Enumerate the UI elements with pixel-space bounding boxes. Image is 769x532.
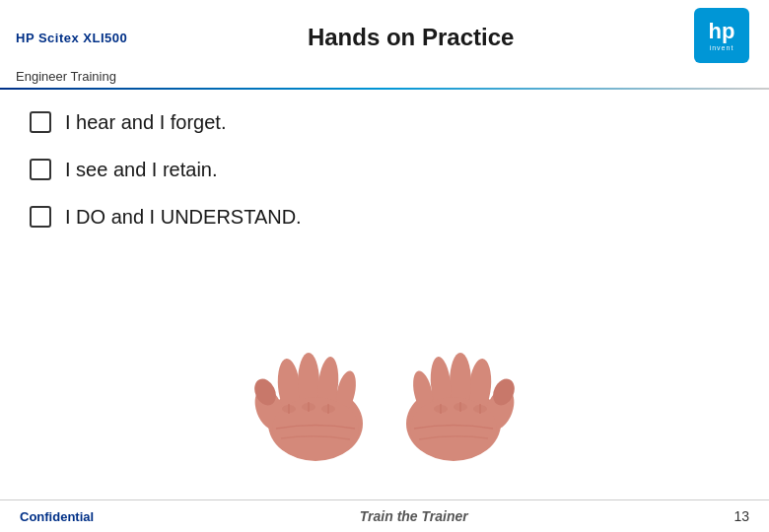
bullet-item-3: I DO and I UNDERSTAND. (30, 204, 739, 230)
hp-scitex-logo: HP Scitex XLI500 (16, 31, 127, 45)
svg-point-26 (454, 403, 467, 411)
bullet-text-1: I hear and I forget. (65, 109, 226, 135)
hp-logo-container: hp invent (694, 8, 753, 67)
footer-center-text: Train the Trainer (360, 508, 468, 524)
right-hand-icon (389, 315, 518, 473)
svg-point-25 (473, 405, 487, 413)
bullet-item-2: I see and I retain. (30, 157, 739, 182)
svg-point-11 (282, 405, 296, 413)
page-title: Hands on Practice (127, 24, 694, 51)
hp-invent-text: invent (710, 44, 734, 51)
hp-logo-circle: hp invent (694, 8, 749, 63)
confidential-label: Confidential (20, 509, 94, 524)
bullet-text-3: I DO and I UNDERSTAND. (65, 204, 302, 230)
left-hand-icon (251, 315, 380, 473)
svg-point-12 (302, 403, 315, 411)
main-content: I hear and I forget. I see and I retain.… (0, 90, 769, 261)
hands-illustration (237, 305, 532, 483)
checkbox-1 (30, 111, 51, 133)
svg-point-13 (321, 405, 335, 413)
hp-logo-text: hp (709, 21, 735, 42)
bullet-text-2: I see and I retain. (65, 157, 218, 182)
svg-point-27 (434, 405, 448, 413)
footer: Confidential Train the Trainer 13 (0, 499, 769, 532)
engineer-training-label: Engineer Training (0, 67, 769, 88)
header: HP Scitex XLI500 Hands on Practice hp in… (0, 0, 769, 67)
page-number: 13 (734, 508, 749, 524)
bullet-item-1: I hear and I forget. (30, 109, 739, 135)
logo-area: HP Scitex XLI500 (16, 31, 127, 45)
checkbox-2 (30, 159, 51, 180)
checkbox-3 (30, 206, 51, 228)
page-title-area: Hands on Practice (127, 24, 694, 51)
